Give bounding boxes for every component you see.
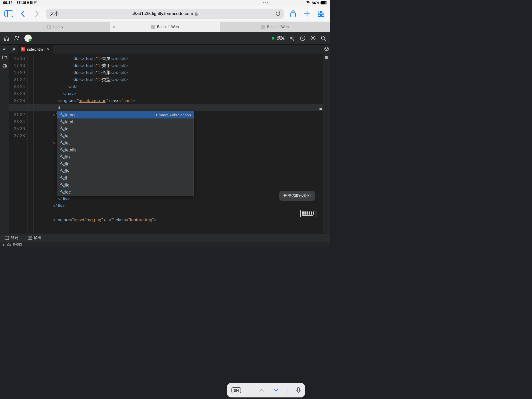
add-user-icon[interactable] <box>14 35 20 41</box>
back-button[interactable] <box>18 9 28 18</box>
search-icon[interactable] <box>321 35 326 41</box>
autocomplete-item[interactable]: 🔧datagEmmet Abbreviation <box>57 111 194 118</box>
svg-rect-2 <box>195 14 198 16</box>
preview-button[interactable]: 预览 <box>272 36 285 41</box>
gear-icon[interactable] <box>310 35 316 41</box>
editor-tab-row: 5 index.html ✕ <box>9 45 323 54</box>
assistant-bulb-icon[interactable] <box>24 35 32 42</box>
wifi-icon <box>305 1 310 5</box>
tab-favicon: T <box>261 25 265 29</box>
safari-tab[interactable]: T Lightly <box>0 22 110 32</box>
code-editor[interactable]: 15 16 17 18 19 20 21 22 23 24 25 26 27 2… <box>9 54 323 233</box>
autocomplete-popup[interactable]: 🔧datagEmmet Abbreviation🔧datal🔧dd🔧del🔧de… <box>57 111 194 196</box>
preview-label: 预览 <box>277 36 285 41</box>
terminal-icon <box>5 236 9 240</box>
svg-point-16 <box>293 36 294 37</box>
sidebar-toggle-button[interactable] <box>4 9 14 18</box>
safari-tab[interactable]: ✕ T BeautifulWeb <box>110 22 220 32</box>
autocomplete-item[interactable]: 🔧dd <box>57 125 194 132</box>
svg-point-23 <box>321 36 324 39</box>
indent-guides <box>28 54 50 233</box>
autocomplete-item[interactable]: 🔧datal <box>57 118 194 125</box>
forward-button <box>32 9 42 18</box>
tab-label: Lightly <box>53 25 63 29</box>
app-toolbar: 预览 ? <box>0 32 330 45</box>
safari-toolbar: 大小 c8ad1c35.lightly.teamcode.com <box>0 6 330 22</box>
activity-bar <box>0 45 9 233</box>
svg-point-22 <box>312 37 314 39</box>
share-nodes-icon[interactable] <box>289 35 295 41</box>
svg-rect-29 <box>28 236 32 240</box>
share-button[interactable] <box>288 9 298 18</box>
globe-icon[interactable] <box>2 64 7 69</box>
cube-icon[interactable] <box>324 47 329 51</box>
autocomplete-item[interactable]: 🔧del <box>57 132 194 139</box>
tabs-overview-button[interactable] <box>316 9 326 18</box>
cloud-icon <box>6 243 11 246</box>
output-tab[interactable]: 输出 <box>23 234 46 242</box>
keyboard-icon[interactable] <box>300 210 316 217</box>
breadcrumb-chevron-icon[interactable] <box>12 48 16 51</box>
help-icon[interactable]: ? <box>300 35 305 41</box>
terminal-tab[interactable]: 终端 <box>0 234 23 242</box>
close-icon[interactable]: ✕ <box>47 47 50 51</box>
home-icon[interactable] <box>4 35 9 41</box>
folder-icon[interactable] <box>2 55 7 59</box>
line-gutter: 15 16 17 18 19 20 21 22 23 24 25 26 27 2… <box>9 54 28 233</box>
close-tab-button[interactable]: ✕ <box>112 25 116 29</box>
svg-line-24 <box>324 39 326 41</box>
html5-icon: 5 <box>21 47 25 51</box>
minimap-marker <box>320 108 322 110</box>
reload-button[interactable] <box>275 11 281 16</box>
new-tab-button[interactable] <box>302 9 312 18</box>
play-icon <box>272 36 275 40</box>
autocomplete-item[interactable]: 🔧dl <box>57 175 194 182</box>
address-bar[interactable]: 大小 c8ad1c35.lightly.teamcode.com <box>46 9 284 19</box>
svg-point-17 <box>293 39 294 40</box>
safari-tab[interactable]: T BeautifulWeb <box>220 22 330 32</box>
terminal-label: 终端 <box>11 236 18 240</box>
output-icon <box>28 236 32 240</box>
file-tab[interactable]: 5 index.html ✕ <box>18 45 53 54</box>
toast-message: 长按选取已关闭 <box>279 191 315 201</box>
status-date: 8月19日周五 <box>16 1 37 5</box>
svg-line-18 <box>291 37 293 38</box>
svg-rect-9 <box>318 14 321 17</box>
status-dot-icon <box>3 244 4 246</box>
svg-point-15 <box>290 37 291 39</box>
svg-rect-7 <box>318 11 321 13</box>
svg-point-11 <box>15 36 17 38</box>
svg-line-19 <box>291 38 293 39</box>
autocomplete-item[interactable]: 🔧details <box>57 147 194 154</box>
battery-percent: 84% <box>312 1 319 5</box>
svg-marker-14 <box>272 37 275 40</box>
url-text: c8ad1c35.lightly.teamcode.com <box>132 11 193 16</box>
svg-text:?: ? <box>302 36 304 40</box>
svg-rect-8 <box>322 11 324 13</box>
ios-status-bar: 09:34 8月19日周五 ••• 84% <box>0 0 330 6</box>
autocomplete-item[interactable]: 🔧dir <box>57 161 194 168</box>
output-label: 输出 <box>34 236 41 240</box>
tab-favicon: T <box>46 25 51 29</box>
multitask-dots[interactable]: ••• <box>263 1 269 5</box>
right-rail: 云端服务 <box>323 45 330 233</box>
autocomplete-item[interactable]: 🔧det <box>57 139 194 147</box>
svg-rect-28 <box>5 236 9 240</box>
tab-label: BeautifulWeb <box>267 25 289 29</box>
autocomplete-item[interactable]: 🔧doc <box>57 189 194 196</box>
autocomplete-item[interactable]: 🔧div <box>57 168 194 175</box>
autocomplete-item[interactable]: 🔧dlg <box>57 182 194 189</box>
status-footer: 云项目 <box>0 242 330 247</box>
lock-icon <box>195 12 198 16</box>
status-time: 09:34 <box>3 1 12 5</box>
battery-icon <box>321 1 327 4</box>
file-name: index.html <box>27 47 44 51</box>
tab-label: BeautifulWeb <box>157 25 179 29</box>
autocomplete-item[interactable]: 🔧dfn <box>57 154 194 161</box>
text-size-button[interactable]: 大小 <box>50 11 59 17</box>
tab-favicon: T <box>151 25 155 29</box>
svg-rect-0 <box>5 11 13 17</box>
status-label: 云项目 <box>13 243 22 247</box>
expand-icon[interactable] <box>3 47 6 50</box>
bottom-panel-bar: 终端 输出 <box>0 233 330 242</box>
